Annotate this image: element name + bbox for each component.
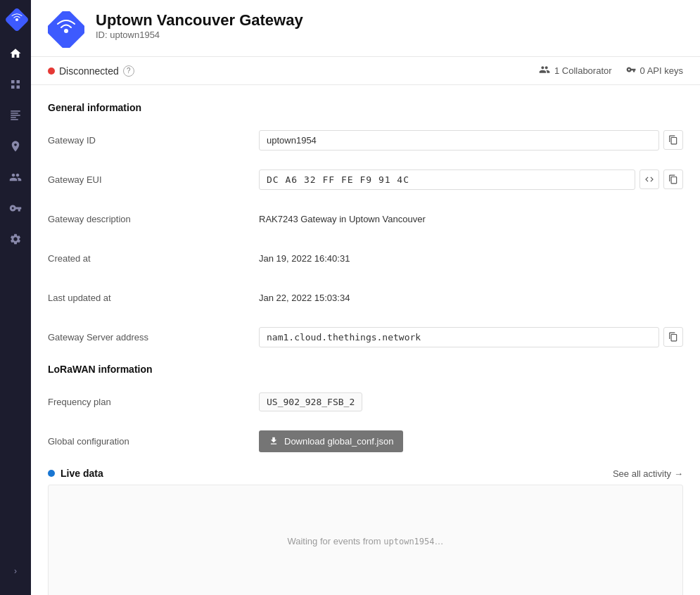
last-updated-text: Jan 22, 2022 15:03:34	[259, 293, 350, 303]
svg-point-3	[64, 29, 68, 33]
status-text: Disconnected	[59, 65, 119, 77]
see-activity-arrow: →	[674, 468, 683, 479]
gateway-icon	[48, 11, 84, 48]
sidebar-item-users[interactable]	[3, 165, 28, 190]
gateway-id-input[interactable]	[259, 130, 659, 151]
collaborators-icon	[539, 64, 550, 77]
collaborators-info[interactable]: 1 Collaborator	[539, 64, 612, 77]
sidebar-item-apps[interactable]	[3, 72, 28, 97]
lorawan-section: LoRaWAN information Frequency plan US_90…	[48, 364, 683, 454]
gateway-eui-field-value	[259, 169, 683, 190]
gateway-server-input[interactable]	[259, 327, 659, 347]
gateway-id-value: uptown1954	[110, 30, 160, 40]
see-all-activity-link[interactable]: See all activity →	[613, 468, 683, 479]
download-global-conf-button[interactable]: Download global_conf.json	[259, 430, 403, 452]
app-logo[interactable]	[4, 7, 27, 30]
gateway-server-value	[259, 327, 683, 347]
api-keys-icon	[626, 65, 636, 77]
live-data-dot	[48, 470, 55, 477]
last-updated-label: Last updated at	[48, 293, 259, 303]
global-config-value: Download global_conf.json	[259, 430, 683, 452]
status-right: 1 Collaborator 0 API keys	[539, 64, 683, 77]
sidebar-expand-button[interactable]: ›	[3, 558, 28, 584]
live-data-box: Waiting for events from uptown1954…	[48, 485, 683, 595]
frequency-plan-badge: US_902_928_FSB_2	[259, 392, 362, 411]
svg-point-1	[15, 18, 18, 21]
main-content: Uptown Vancouver Gateway ID: uptown1954 …	[31, 0, 700, 595]
gateway-eui-row: Gateway EUI	[48, 167, 683, 192]
waiting-text-suffix: …	[435, 536, 444, 546]
sidebar: ›	[0, 0, 31, 595]
live-data-header: Live data See all activity →	[48, 468, 683, 479]
created-at-row: Created at Jan 19, 2022 16:40:31	[48, 245, 683, 271]
page-title: Uptown Vancouver Gateway	[96, 11, 303, 30]
gateway-id-field-value	[259, 130, 683, 151]
status-bar: Disconnected ? 1 Collaborator 0 API keys	[31, 57, 700, 85]
gateway-description-row: Gateway description RAK7243 Gateway in U…	[48, 206, 683, 231]
status-indicator-dot	[48, 68, 55, 75]
global-config-row: Global configuration Download global_con…	[48, 428, 683, 454]
header-text-block: Uptown Vancouver Gateway ID: uptown1954	[96, 11, 303, 40]
gateway-id-copy-button[interactable]	[663, 130, 683, 150]
gateway-id-field-label: Gateway ID	[48, 135, 259, 146]
frequency-plan-value: US_902_928_FSB_2	[259, 392, 683, 411]
live-data-title-wrap: Live data	[48, 468, 103, 479]
gateway-server-label: Gateway Server address	[48, 332, 259, 343]
gateway-eui-copy-button[interactable]	[663, 169, 683, 189]
waiting-message: Waiting for events from uptown1954…	[287, 536, 443, 546]
content-area: General information Gateway ID Gateway E…	[31, 85, 700, 595]
live-data-section: Live data See all activity → Waiting for…	[48, 468, 683, 595]
status-left: Disconnected ?	[48, 65, 134, 77]
last-updated-value: Jan 22, 2022 15:03:34	[259, 293, 683, 303]
gateway-server-copy-button[interactable]	[663, 327, 683, 347]
collaborators-text: 1 Collaborator	[554, 65, 612, 76]
gateway-id-label: ID: uptown1954	[96, 30, 303, 40]
live-data-title: Live data	[61, 468, 103, 479]
waiting-gateway-id: uptown1954	[383, 537, 434, 546]
gateway-description-label: Gateway description	[48, 214, 259, 224]
created-at-text: Jan 19, 2022 16:40:31	[259, 253, 350, 264]
download-button-label: Download global_conf.json	[284, 436, 393, 447]
status-help-icon[interactable]: ?	[123, 65, 134, 77]
general-info-section: General information Gateway ID Gateway E…	[48, 102, 683, 350]
general-info-title: General information	[48, 102, 683, 113]
gateway-eui-code-button[interactable]	[639, 169, 659, 189]
gateway-eui-field-label: Gateway EUI	[48, 174, 259, 185]
api-keys-text: 0 API keys	[640, 65, 683, 76]
sidebar-item-home[interactable]	[3, 41, 28, 66]
page-header: Uptown Vancouver Gateway ID: uptown1954	[31, 0, 700, 57]
created-at-value: Jan 19, 2022 16:40:31	[259, 253, 683, 264]
gateway-description-text: RAK7243 Gateway in Uptown Vancouver	[259, 214, 426, 224]
created-at-label: Created at	[48, 253, 259, 264]
frequency-plan-row: Frequency plan US_902_928_FSB_2	[48, 389, 683, 414]
lorawan-title: LoRaWAN information	[48, 364, 683, 375]
sidebar-item-gateways[interactable]	[3, 134, 28, 159]
gateway-description-value: RAK7243 Gateway in Uptown Vancouver	[259, 214, 683, 224]
last-updated-row: Last updated at Jan 22, 2022 15:03:34	[48, 285, 683, 310]
gateway-id-row: Gateway ID	[48, 127, 683, 153]
waiting-text-prefix: Waiting for events from	[287, 536, 383, 546]
sidebar-item-apikeys[interactable]	[3, 196, 28, 221]
sidebar-item-settings[interactable]	[3, 226, 28, 252]
gateway-eui-input[interactable]	[259, 169, 635, 190]
global-config-label: Global configuration	[48, 436, 259, 447]
gateway-server-row: Gateway Server address	[48, 324, 683, 350]
api-keys-info[interactable]: 0 API keys	[626, 65, 683, 77]
sidebar-item-stats[interactable]	[3, 103, 28, 128]
frequency-plan-label: Frequency plan	[48, 397, 259, 407]
see-activity-label: See all activity	[613, 468, 671, 479]
